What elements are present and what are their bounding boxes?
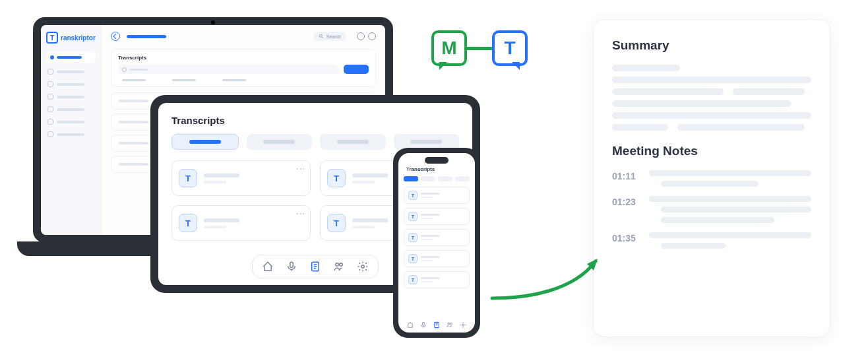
phone-device: Transcripts T T T T T: [393, 148, 480, 338]
home-icon[interactable]: [262, 261, 274, 272]
sidebar-item[interactable]: [46, 80, 96, 88]
transcripts-card: Transcripts: [111, 49, 376, 87]
placeholder-text: [57, 71, 84, 73]
sidebar-item[interactable]: [46, 117, 96, 126]
bottom-nav: [252, 255, 379, 278]
more-icon[interactable]: ⋮: [297, 165, 305, 174]
transcript-icon: T: [408, 212, 418, 221]
nav-icon: [47, 81, 53, 87]
placeholder-text: [263, 140, 295, 144]
sidebar-item[interactable]: [46, 92, 96, 101]
phone-list: T T T T T: [404, 187, 470, 288]
placeholder-line: [677, 124, 805, 131]
list-item[interactable]: T: [404, 250, 470, 267]
tab-active[interactable]: [171, 134, 239, 150]
more-icon[interactable]: ⋮: [297, 210, 305, 218]
svg-point-8: [448, 323, 450, 325]
placeholder-text: [189, 140, 221, 144]
tab[interactable]: [247, 134, 313, 150]
sidebar-item[interactable]: [46, 105, 96, 113]
transcript-icon: T: [408, 191, 418, 200]
transcripts-icon[interactable]: [309, 261, 321, 272]
sidebar-item[interactable]: [46, 130, 96, 139]
settings-icon[interactable]: [357, 261, 369, 272]
phone-tabs: [404, 176, 470, 181]
placeholder-line: [649, 196, 811, 202]
search-input[interactable]: Search: [313, 32, 346, 41]
transcript-icon: T: [327, 169, 346, 187]
filter-row: [118, 65, 369, 74]
transcript-card[interactable]: T ⋮: [171, 160, 311, 196]
logo-m: M: [431, 30, 467, 66]
brand-logo[interactable]: T ranskriptor: [46, 32, 96, 44]
speech-tail-icon: [439, 62, 447, 70]
placeholder-text: [57, 96, 84, 98]
transcripts-title: Transcripts: [171, 115, 459, 126]
tab[interactable]: [455, 176, 470, 181]
placeholder-line: [649, 170, 811, 176]
team-icon[interactable]: [333, 261, 345, 272]
list-item[interactable]: T: [404, 208, 470, 225]
search-icon: [122, 67, 127, 72]
home-icon[interactable]: [407, 321, 414, 329]
user-icon[interactable]: [368, 32, 376, 40]
note-timestamp: 01:11: [612, 170, 640, 187]
placeholder-text: [57, 83, 84, 86]
tab[interactable]: [320, 134, 386, 150]
placeholder-text: [57, 121, 84, 123]
placeholder-text: [410, 140, 442, 144]
placeholder-text: [57, 133, 84, 136]
note-item: 01:35: [612, 232, 811, 249]
tab[interactable]: [222, 79, 246, 81]
sidebar-active-item[interactable]: [46, 51, 96, 63]
globe-icon[interactable]: [357, 32, 365, 40]
search-icon: [319, 34, 324, 39]
search-placeholder: Search: [326, 34, 341, 39]
tab[interactable]: [122, 79, 146, 81]
transcript-icon: T: [327, 214, 346, 232]
placeholder-line: [612, 100, 791, 107]
phone-viewport: Transcripts T T T T T: [398, 153, 475, 333]
tab[interactable]: [438, 176, 452, 181]
tab-active[interactable]: [404, 176, 418, 181]
back-button[interactable]: [111, 32, 120, 41]
svg-point-0: [319, 34, 322, 37]
note-item: 01:11: [612, 170, 811, 187]
settings-icon[interactable]: [460, 321, 467, 329]
placeholder-line: [661, 217, 774, 223]
nav-icon: [47, 131, 53, 137]
header-icons: [357, 32, 376, 40]
svg-point-5: [361, 265, 365, 269]
svg-point-3: [336, 263, 339, 267]
sidebar: T ranskriptor: [41, 25, 102, 235]
placeholder-line: [612, 65, 680, 71]
svg-point-4: [340, 263, 343, 267]
placeholder-line: [661, 243, 726, 249]
mic-icon[interactable]: [286, 261, 297, 272]
filter-input[interactable]: [118, 65, 338, 74]
team-icon[interactable]: [447, 321, 454, 329]
laptop-camera: [211, 20, 215, 24]
tab[interactable]: [172, 79, 196, 81]
sidebar-item[interactable]: [46, 67, 96, 76]
mic-icon[interactable]: [420, 321, 427, 329]
tab[interactable]: [421, 176, 435, 181]
svg-point-10: [462, 324, 464, 326]
logo-t: T: [492, 30, 528, 66]
list-item[interactable]: T: [404, 187, 470, 204]
phone-bottom-nav: [407, 321, 467, 329]
list-item[interactable]: T: [404, 229, 470, 246]
logo-m-letter: M: [441, 38, 456, 59]
transcript-icon: T: [408, 275, 418, 284]
transcript-card[interactable]: T ⋮: [171, 205, 311, 241]
placeholder-line: [649, 232, 811, 238]
placeholder-text: [57, 56, 82, 59]
primary-button[interactable]: [344, 65, 369, 74]
transcripts-icon[interactable]: [433, 321, 441, 329]
brand-logo-icon: T: [46, 32, 58, 44]
list-item[interactable]: T: [404, 271, 470, 288]
placeholder-line: [612, 112, 811, 119]
card-tabs: [118, 79, 369, 81]
transcript-icon: T: [408, 254, 418, 263]
transcript-icon: T: [408, 233, 418, 242]
